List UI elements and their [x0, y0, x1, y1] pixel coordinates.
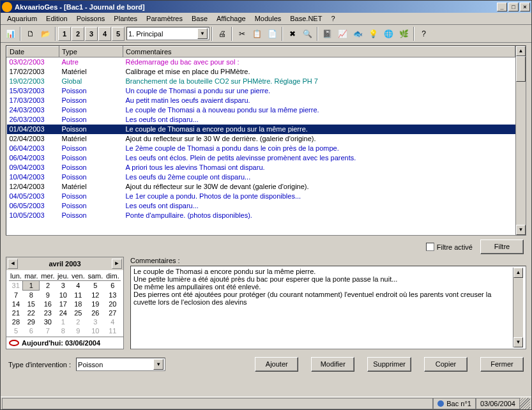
- find-icon[interactable]: 🔍: [300, 27, 315, 41]
- table-row[interactable]: 03/02/2003AutreRédemarrage du bac avec p…: [7, 57, 515, 67]
- cal-day[interactable]: 31: [9, 281, 23, 291]
- cal-day[interactable]: 22: [23, 308, 40, 317]
- scroll-up-icon[interactable]: ▲: [513, 268, 523, 278]
- cal-day[interactable]: 26: [86, 308, 105, 317]
- table-row[interactable]: 01/04/2003PoissonLe couple de Thomasi a …: [7, 125, 515, 134]
- type-combo[interactable]: Poisson ▼: [76, 358, 165, 371]
- menu-base.net[interactable]: Base.NET: [286, 13, 326, 24]
- cal-day[interactable]: 7: [40, 326, 56, 335]
- menu-plantes[interactable]: Plantes: [110, 13, 141, 24]
- cal-day[interactable]: 2: [40, 281, 56, 291]
- menu-paramètres[interactable]: Paramètres: [142, 13, 186, 24]
- modifier-button[interactable]: Modifier: [311, 357, 354, 372]
- grid-header[interactable]: Type: [59, 47, 123, 57]
- fermer-button[interactable]: Fermer: [480, 357, 524, 372]
- help-icon[interactable]: ?: [416, 27, 431, 41]
- cal-day[interactable]: 13: [105, 291, 121, 300]
- cal-day[interactable]: 17: [56, 300, 70, 308]
- cal-day[interactable]: 8: [23, 291, 40, 300]
- plant-icon[interactable]: 🌿: [397, 27, 411, 41]
- cal-day[interactable]: 19: [86, 300, 105, 308]
- resize-grip[interactable]: [520, 398, 530, 409]
- grid-header[interactable]: Commentaires: [123, 47, 515, 57]
- cal-prev-button[interactable]: ◄: [8, 259, 18, 269]
- cal-day[interactable]: 10: [56, 291, 70, 300]
- table-row[interactable]: 06/05/2003PoissonLes oeufs ont disparu..…: [7, 201, 515, 211]
- cal-day[interactable]: 10: [86, 326, 105, 335]
- delete-icon[interactable]: ✖: [285, 27, 300, 41]
- cal-day[interactable]: 24: [56, 308, 70, 317]
- cal-day[interactable]: 25: [70, 308, 86, 317]
- cal-day[interactable]: 18: [70, 300, 86, 308]
- cal-day[interactable]: 12: [86, 291, 105, 300]
- table-row[interactable]: 17/02/2003MatérielCalibrage et mise en p…: [7, 67, 515, 77]
- close-button[interactable]: ×: [520, 3, 530, 11]
- cal-day[interactable]: 15: [23, 300, 40, 308]
- cal-day[interactable]: 7: [9, 291, 23, 300]
- scroll-up-icon[interactable]: ▲: [516, 46, 526, 56]
- cal-day[interactable]: 4: [70, 281, 86, 291]
- cal-day[interactable]: 9: [40, 291, 56, 300]
- grid-scrollbar[interactable]: ▲ ▼: [515, 46, 526, 235]
- log-grid[interactable]: DateTypeCommentaires 03/02/2003AutreRéde…: [6, 45, 526, 236]
- cal-day[interactable]: 1: [56, 317, 70, 326]
- cal-day[interactable]: 14: [9, 300, 23, 308]
- menu-affichage[interactable]: Affichage: [213, 13, 250, 24]
- cal-day[interactable]: 29: [23, 317, 40, 326]
- cal-day[interactable]: 11: [70, 291, 86, 300]
- cal-day[interactable]: 9: [70, 326, 86, 335]
- table-row[interactable]: 26/03/2003PoissonLes oeufs ont disparu..…: [7, 115, 515, 125]
- cut-icon[interactable]: ✂: [234, 27, 249, 41]
- copier-button[interactable]: Copier: [424, 357, 467, 372]
- ajouter-button[interactable]: Ajouter: [255, 357, 298, 372]
- menu-aquarium[interactable]: Aquarium: [3, 13, 41, 24]
- cal-day[interactable]: 5: [86, 281, 105, 291]
- chevron-down-icon[interactable]: ▼: [197, 28, 208, 39]
- table-row[interactable]: 02/04/2003MatérielAjout du reflecteur su…: [7, 134, 515, 144]
- cal-day[interactable]: 21: [9, 308, 23, 317]
- cal-day[interactable]: 2: [70, 317, 86, 326]
- table-row[interactable]: 15/03/2003PoissonUn couple de Thomasi a …: [7, 86, 515, 96]
- log-icon[interactable]: 📓: [320, 27, 335, 41]
- cal-day[interactable]: 1: [23, 281, 40, 291]
- menu-?[interactable]: ?: [327, 13, 338, 24]
- cal-day[interactable]: 16: [40, 300, 56, 308]
- cal-day[interactable]: 23: [40, 308, 56, 317]
- cal-day[interactable]: 8: [56, 326, 70, 335]
- cal-day[interactable]: 30: [40, 317, 56, 326]
- table-row[interactable]: 04/05/2003PoissonLe 1er couple a pondu. …: [7, 192, 515, 201]
- minimize-button[interactable]: _: [497, 3, 507, 11]
- table-row[interactable]: 10/04/2003PoissonLes oeufs du 2ème coupl…: [7, 172, 515, 182]
- menu-modules[interactable]: Modules: [251, 13, 285, 24]
- chart-icon[interactable]: 📊: [3, 27, 18, 41]
- scroll-down-icon[interactable]: ▼: [516, 225, 526, 235]
- cal-day[interactable]: 3: [86, 317, 105, 326]
- scroll-thumb[interactable]: [516, 56, 526, 82]
- cal-day[interactable]: 6: [105, 281, 121, 291]
- light-icon[interactable]: 💡: [366, 27, 381, 41]
- globe-icon[interactable]: 🌐: [381, 27, 396, 41]
- tank-button-4[interactable]: 4: [98, 27, 111, 41]
- table-row[interactable]: 17/03/2003PoissonAu petit matin les oeuf…: [7, 96, 515, 105]
- table-row[interactable]: 12/04/2003MatérielAjout du réflecteur su…: [7, 182, 515, 192]
- cal-day[interactable]: 20: [105, 300, 121, 308]
- cal-day[interactable]: 3: [56, 281, 70, 291]
- table-row[interactable]: 06/04/2003PoissonLe 2ème couple de Thoma…: [7, 144, 515, 153]
- menu-base[interactable]: Base: [188, 13, 211, 24]
- table-row[interactable]: 10/05/2003PoissonPonte d'ampullaire. (ph…: [7, 211, 515, 220]
- grid-header[interactable]: Date: [7, 47, 59, 57]
- tank-button-1[interactable]: 1: [58, 27, 71, 41]
- table-row[interactable]: 24/03/2003PoissonLe couple de Thomasi a …: [7, 105, 515, 115]
- cal-day[interactable]: 4: [105, 317, 121, 326]
- calendar[interactable]: ◄ avril 2003 ► lun.mar.mer.jeu.ven.sam.d…: [6, 257, 124, 349]
- tank-button-2[interactable]: 2: [72, 27, 84, 41]
- cal-day[interactable]: 27: [105, 308, 121, 317]
- print-icon[interactable]: 🖨: [215, 27, 229, 41]
- filter-button[interactable]: Filtre: [480, 239, 524, 254]
- cal-day[interactable]: 5: [9, 326, 23, 335]
- table-row[interactable]: 09/04/2003PoissonA priori tous les alevi…: [7, 163, 515, 172]
- tank-button-3[interactable]: 3: [85, 27, 98, 41]
- comments-textarea[interactable]: Le couple de Thomasi a encore pondu sur …: [130, 266, 526, 349]
- copy-icon[interactable]: 📋: [250, 27, 264, 41]
- params-icon[interactable]: 📈: [335, 27, 350, 41]
